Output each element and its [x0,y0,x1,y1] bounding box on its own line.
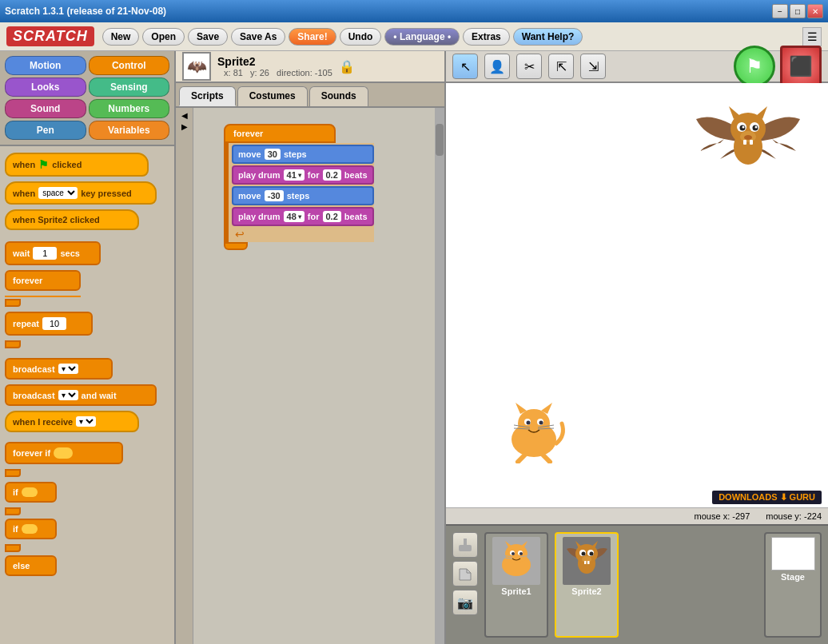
receive-select[interactable]: ▾ [76,416,96,427]
stop-button[interactable]: ⬛ [780,46,822,87]
camera-sprite-button[interactable]: 📷 [452,590,478,615]
undo-button[interactable]: Undo [340,28,382,46]
script-drum2[interactable]: play drum 48 ▾ for 0.2 beats [232,207,374,226]
block-forever-if[interactable]: forever if [5,442,123,464]
pointer-tool[interactable]: ↖ [452,54,478,79]
menu-icon[interactable]: ☰ [802,27,822,46]
nav-right[interactable]: ▶ [181,122,188,131]
help-button[interactable]: Want Help? [513,28,583,46]
broadcast-wait-select[interactable]: ▾ [58,390,78,400]
category-control[interactable]: Control [89,56,170,75]
script-forever[interactable]: forever [224,124,336,143]
main-area: Motion Control Looks Sensing Sound Numbe… [0,51,828,644]
key-select[interactable]: space [38,187,78,199]
tab-sounds[interactable]: Sounds [309,86,368,106]
category-looks[interactable]: Looks [5,78,86,97]
category-sensing[interactable]: Sensing [89,78,170,97]
save-button[interactable]: Save [188,28,228,46]
svg-point-48 [589,551,593,555]
minimize-button[interactable]: − [772,4,788,18]
tab-scripts[interactable]: Scripts [179,86,236,106]
open-button[interactable]: Open [142,28,185,46]
block-categories: Motion Control Looks Sensing Sound Numbe… [0,51,174,146]
lock-icon[interactable]: 🔒 [339,59,355,74]
scripts-scrollbar[interactable] [435,108,444,644]
scrollbar-thumb[interactable] [436,124,444,156]
paint-sprite-button[interactable] [452,532,478,558]
loop-arrow: ↩ [235,228,374,241]
block-else[interactable]: else [5,555,57,576]
sprite2-image [563,537,611,585]
move1-unit: steps [284,149,307,159]
script-move1[interactable]: move 30 steps [232,145,374,164]
sprite-name: Sprite2 [217,55,332,68]
share-button[interactable]: Share! [289,28,336,46]
mouse-x: mouse x: -297 [695,511,750,521]
run-controls: ⚑ ⬛ [734,46,822,87]
scripts-area[interactable]: ◀ ▶ forever move 30 steps [176,108,444,644]
sprite2-card[interactable]: Sprite2 [555,532,619,638]
svg-rect-26 [743,140,746,145]
stage[interactable]: DOWNLOADS ⬇ GURU [446,83,828,507]
svg-rect-27 [750,140,753,145]
language-button[interactable]: • Language • [384,28,460,46]
script-block-group: forever move 30 steps play drum 41 ▾ for… [224,124,374,250]
category-pen[interactable]: Pen [5,121,86,140]
block-when-sprite-clicked[interactable]: when Sprite2 clicked [5,209,139,230]
drum1-num[interactable]: 41 ▾ [284,169,305,181]
sprite2-label: Sprite2 [571,586,601,596]
grow-tool[interactable]: ⇱ [548,54,574,79]
block-when-clicked[interactable]: when ⚑ clicked [5,153,149,177]
block-if2[interactable]: if [5,519,57,539]
svg-line-13 [542,454,550,462]
svg-point-1 [518,409,550,438]
new-sprite-from-file[interactable] [452,561,478,586]
category-variables[interactable]: Variables [89,121,170,140]
block-repeat[interactable]: repeat [5,312,93,336]
block-forever[interactable]: forever [5,270,81,291]
close-button[interactable]: ✕ [807,4,823,18]
wait-input[interactable] [33,247,57,260]
drum2-num[interactable]: 48 ▾ [284,211,305,222]
sprite-thumbnail: 🦇 [182,52,211,81]
scratch-logo: SCRATCH [6,26,94,46]
scissor-tool[interactable]: ✂ [516,54,542,79]
block-broadcast-wait[interactable]: broadcast ▾ and wait [5,384,157,406]
go-button[interactable]: ⚑ [734,46,775,87]
extras-button[interactable]: Extras [463,28,510,46]
broadcast-select[interactable]: ▾ [58,364,78,374]
svg-point-47 [581,551,585,555]
svg-marker-44 [591,541,598,549]
category-numbers[interactable]: Numbers [89,99,170,118]
category-sound[interactable]: Sound [5,99,86,118]
stamp-tool[interactable]: 👤 [484,54,510,79]
sprite1-label: Sprite1 [501,586,531,596]
script-move2[interactable]: move -30 steps [232,186,374,205]
sprite1-card[interactable]: Sprite1 [484,532,548,638]
svg-rect-51 [587,561,590,564]
nav-left[interactable]: ◀ [181,111,188,120]
mouse-y: mouse y: -224 [766,511,822,521]
block-broadcast[interactable]: broadcast ▾ [5,358,113,380]
tabs: Scripts Costumes Sounds [176,83,444,108]
category-motion[interactable]: Motion [5,56,86,75]
script-drum1[interactable]: play drum 41 ▾ for 0.2 beats [232,165,374,185]
svg-marker-43 [575,541,583,549]
stage-card[interactable]: Stage [764,532,822,638]
block-when-receive[interactable]: when I receive ▾ [5,411,139,432]
save-as-button[interactable]: Save As [231,28,285,46]
titlebar: Scratch 1.3.1 (release of 21-Nov-08) − □… [0,0,828,22]
block-wait[interactable]: wait secs [5,241,101,265]
new-button[interactable]: New [102,28,140,46]
maximize-button[interactable]: □ [790,4,806,18]
tab-costumes[interactable]: Costumes [237,86,308,106]
shrink-tool[interactable]: ⇲ [580,54,606,79]
svg-marker-33 [520,541,527,547]
svg-marker-32 [505,541,512,547]
svg-point-6 [527,421,531,425]
repeat-input[interactable] [42,317,66,330]
window-title: Scratch 1.3.1 (release of 21-Nov-08) [5,6,166,17]
block-when-key-pressed[interactable]: when space key pressed [5,181,157,205]
nav-arrows: ◀ ▶ [176,108,193,644]
block-if[interactable]: if [5,482,57,503]
